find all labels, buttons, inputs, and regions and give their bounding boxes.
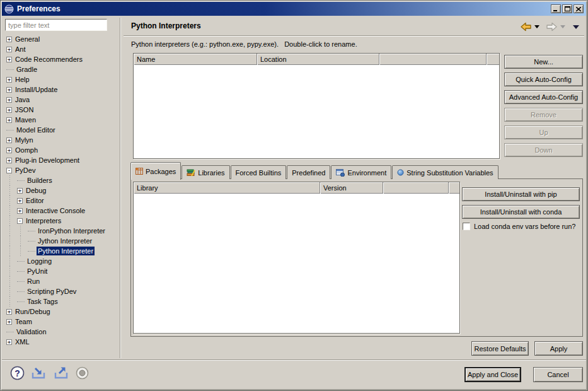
view-menu-icon[interactable] (573, 25, 579, 29)
tree-item-oomph[interactable]: +Oomph (5, 145, 117, 155)
tree-guide-line (17, 281, 25, 282)
restore-defaults-button[interactable]: Restore Defaults (471, 341, 529, 356)
conda-button[interactable]: Install/Uninstall with conda (462, 205, 580, 219)
column-header-blank[interactable] (383, 182, 449, 194)
back-arrow-icon[interactable] (520, 22, 532, 32)
packages-table-body[interactable] (134, 194, 459, 333)
tree-item-json[interactable]: +JSON (5, 105, 117, 115)
down-button[interactable]: Down (504, 143, 583, 157)
conda-env-checkbox[interactable] (463, 223, 470, 230)
packages-table-header: LibraryVersion (134, 182, 459, 194)
tree-item-builders[interactable]: Builders (5, 175, 117, 185)
tab-forced-builtins[interactable]: Forced Builtins (231, 165, 287, 179)
expand-icon[interactable]: + (6, 309, 12, 315)
expand-icon[interactable]: + (6, 137, 12, 143)
tab-packages[interactable]: Packages (130, 162, 181, 180)
tree-item-plug-in-development[interactable]: +Plug-in Development (5, 155, 117, 165)
tree-item-install-update[interactable]: +Install/Update (5, 85, 117, 95)
pip-button[interactable]: Install/Uninstall with pip (462, 187, 580, 201)
tab-string-substitution-variables[interactable]: String Substitution Variables (392, 165, 498, 179)
tree-item-ant[interactable]: +Ant (5, 44, 117, 54)
tree-item-jython-interpreter[interactable]: Jython Interpreter (5, 236, 117, 246)
tree-item-python-interpreter[interactable]: Python Interpreter (5, 246, 117, 256)
tree-item-general[interactable]: +General (5, 34, 117, 44)
sidebar-sash[interactable] (120, 18, 121, 358)
column-header-location[interactable]: Location (257, 54, 379, 65)
expand-icon[interactable]: + (6, 87, 12, 93)
record-preferences-icon[interactable] (76, 366, 89, 380)
expand-icon[interactable]: + (17, 188, 23, 194)
tree-item-maven[interactable]: +Maven (5, 115, 117, 125)
tree-item-editor[interactable]: +Editor (5, 196, 117, 206)
tree-item-run[interactable]: Run (5, 276, 117, 286)
forward-menu-icon[interactable] (560, 25, 565, 28)
expand-icon[interactable]: + (6, 148, 12, 153)
column-header-name[interactable]: Name (134, 54, 257, 65)
maximize-button[interactable] (562, 4, 572, 13)
up-button[interactable]: Up (504, 125, 583, 139)
minimize-button[interactable] (551, 4, 561, 13)
column-header-library[interactable]: Library (134, 182, 320, 194)
apply-button[interactable]: Apply (534, 341, 583, 356)
column-header-blank[interactable] (379, 54, 487, 65)
expand-icon[interactable]: + (6, 37, 12, 42)
tree-item-run-debug[interactable]: +Run/Debug (5, 306, 117, 317)
help-icon[interactable]: ? (10, 366, 25, 380)
tree-item-xml[interactable]: +XML (5, 337, 117, 347)
libraries-icon (187, 169, 195, 177)
window-title: Preferences (17, 4, 550, 13)
close-button[interactable] (574, 4, 584, 13)
advanced-auto-config-button[interactable]: Advanced Auto-Config (504, 90, 583, 104)
tab-libraries[interactable]: Libraries (182, 165, 229, 179)
tree-item-logging[interactable]: Logging (5, 256, 117, 266)
expand-icon[interactable]: + (17, 208, 23, 214)
cancel-button[interactable]: Cancel (533, 367, 583, 382)
expand-icon[interactable]: + (6, 117, 12, 123)
tab-predefined[interactable]: Predefined (287, 165, 330, 179)
tree-item-label: PyDev (14, 166, 37, 175)
filter-input[interactable] (5, 19, 107, 31)
export-preferences-icon[interactable] (53, 366, 70, 380)
expand-icon[interactable]: + (6, 47, 12, 52)
back-menu-icon[interactable] (534, 25, 539, 28)
forward-arrow-icon[interactable] (546, 22, 558, 32)
tree-item-help[interactable]: +Help (5, 74, 117, 85)
expand-icon[interactable]: + (6, 57, 12, 62)
tree-item-validation[interactable]: Validation (5, 327, 117, 337)
tree-item-task-tags[interactable]: Task Tags (5, 296, 117, 306)
new-button[interactable]: New... (504, 55, 583, 69)
tree-item-label: Mylyn (14, 136, 35, 144)
interpreters-table-body[interactable] (134, 65, 499, 158)
tree-item-label: General (14, 35, 41, 44)
tree-item-mylyn[interactable]: +Mylyn (5, 135, 117, 145)
tree-item-gradle[interactable]: Gradle (5, 64, 117, 74)
expand-icon[interactable]: + (6, 158, 12, 163)
remove-button[interactable]: Remove (504, 108, 583, 122)
tree-item-team[interactable]: +Team (5, 317, 117, 327)
tree-item-interactive-console[interactable]: +Interactive Console (5, 206, 117, 216)
tree-item-pyunit[interactable]: PyUnit (5, 266, 117, 276)
quick-auto-config-button[interactable]: Quick Auto-Config (504, 73, 583, 86)
tree-item-scripting-pydev[interactable]: Scripting PyDev (5, 286, 117, 296)
tree-guide-line (17, 301, 25, 302)
tree-item-ironpython-interpreter[interactable]: IronPython Interpreter (5, 226, 117, 236)
tree-item-interpreters[interactable]: -Interpreters (5, 216, 117, 226)
expand-icon[interactable]: + (6, 97, 12, 103)
titlebar[interactable]: Preferences (2, 2, 586, 16)
import-preferences-icon[interactable] (30, 366, 47, 380)
apply-and-close-button[interactable]: Apply and Close (464, 367, 521, 382)
tab-environment[interactable]: Environment (331, 165, 391, 179)
column-header-version[interactable]: Version (320, 182, 383, 194)
expand-icon[interactable]: + (6, 319, 12, 325)
tree-item-debug[interactable]: +Debug (5, 185, 117, 196)
collapse-icon[interactable]: - (17, 218, 23, 224)
expand-icon[interactable]: + (17, 198, 23, 204)
tree-item-pydev[interactable]: -PyDev (5, 165, 117, 175)
collapse-icon[interactable]: - (6, 168, 12, 173)
tree-item-java[interactable]: +Java (5, 95, 117, 105)
tree-item-code-recommenders[interactable]: +Code Recommenders (5, 54, 117, 64)
expand-icon[interactable]: + (6, 107, 12, 113)
tree-item-model-editor[interactable]: Model Editor (5, 125, 117, 135)
expand-icon[interactable]: + (6, 339, 12, 345)
expand-icon[interactable]: + (6, 77, 12, 83)
